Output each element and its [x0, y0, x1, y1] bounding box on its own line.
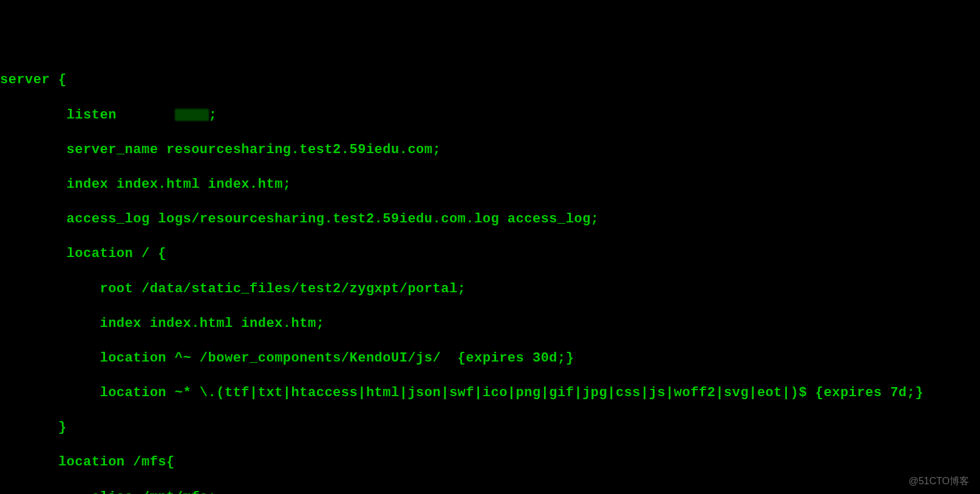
watermark-text: @51CTO博客 — [908, 475, 969, 488]
config-line: alias /mnt/mfs; — [0, 489, 980, 494]
config-line: location /mfs{ — [0, 454, 980, 472]
listen-suffix: ; — [209, 108, 217, 123]
config-line: location / { — [0, 245, 980, 263]
config-line: access_log logs/resourcesharing.test2.59… — [0, 211, 980, 228]
redacted-port — [175, 109, 209, 121]
config-line: index index.html index.htm; — [0, 315, 980, 333]
config-line: server_name resourcesharing.test2.59iedu… — [0, 142, 980, 159]
config-line: index index.html index.htm; — [0, 176, 980, 194]
config-line-listen: listen ; — [0, 107, 980, 125]
listen-prefix: listen — [0, 108, 175, 123]
config-line: server { — [0, 72, 980, 89]
config-line: location ~* \.(ttf|txt|htaccess|html|jso… — [0, 385, 980, 402]
config-line: root /data/static_files/test2/zygxpt/por… — [0, 281, 980, 298]
config-line: } — [0, 419, 980, 437]
config-line: location ^~ /bower_components/KendoUI/js… — [0, 350, 980, 368]
